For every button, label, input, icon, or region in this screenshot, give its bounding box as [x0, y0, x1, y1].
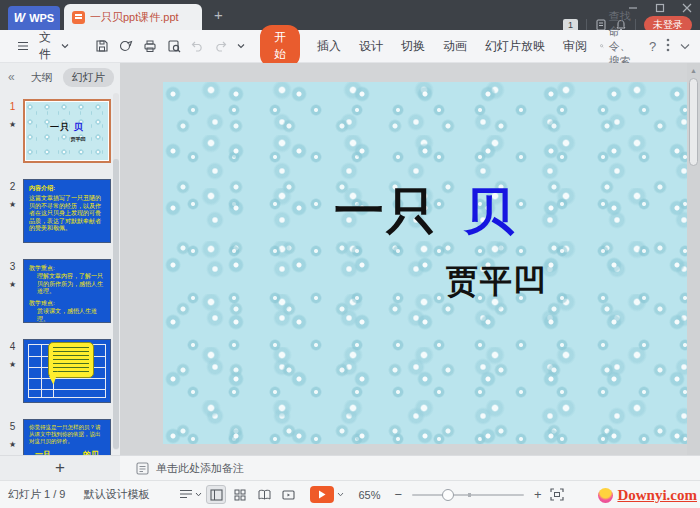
zoom-slider[interactable]	[412, 494, 524, 496]
notes-bar[interactable]: 单击此处添加备注	[120, 455, 700, 480]
tab-home[interactable]: 开始	[260, 25, 300, 67]
presenter-view-button[interactable]	[278, 485, 298, 504]
animation-star-icon: ★	[5, 440, 20, 449]
hamburger-icon	[17, 41, 29, 51]
main-scrollbar-thumb[interactable]	[689, 78, 698, 166]
more-options-icon[interactable]	[666, 38, 670, 55]
slide-thumbnail-row-3: 3 ★ 教学重点: 理解文章内容，了解一只贝的所作所为，感悟人生道理。 教学难点…	[0, 259, 112, 329]
watermark: Downyi.com	[598, 487, 697, 504]
zoom-slider-knob[interactable]	[442, 489, 454, 501]
thumb-3-meta: 3 ★	[5, 261, 20, 289]
chevron-down-icon	[195, 492, 202, 497]
thumb-5-meta: 5 ★	[5, 421, 20, 449]
thumb-4-meta: 4 ★	[5, 341, 20, 369]
new-tab-button[interactable]: +	[214, 6, 223, 23]
print-preview-icon[interactable]	[167, 39, 181, 53]
normal-view-button[interactable]	[206, 485, 226, 504]
slide-editor-area: 一只贝 贾平凹 ▲	[120, 63, 700, 455]
slide-panel-header: « 大纲 幻灯片	[0, 63, 120, 91]
search-icon	[600, 40, 604, 52]
wps-label: WPS	[29, 12, 54, 24]
tab-insert[interactable]: 插入	[317, 38, 341, 55]
fit-to-window-icon[interactable]	[550, 488, 564, 501]
collapse-ribbon-icon[interactable]	[680, 39, 690, 53]
slide-thumbnail-1[interactable]: 一只贝 贾平凹	[23, 99, 111, 163]
document-tab-title: 一只贝ppt课件.ppt	[90, 10, 179, 25]
template-name[interactable]: 默认设计模板	[83, 487, 149, 502]
collapse-panel-icon[interactable]: «	[8, 70, 15, 84]
slide-panel: « 大纲 幻灯片 1 ★ 一只贝 贾平凹 2 ★	[0, 63, 120, 480]
slide-thumbnail-row-1: 1 ★ 一只贝 贾平凹	[0, 99, 112, 169]
zoom-level[interactable]: 65%	[358, 489, 380, 501]
print-icon[interactable]	[143, 39, 157, 53]
zoom-in-button[interactable]: +	[534, 487, 542, 502]
undo-icon[interactable]	[191, 40, 204, 52]
current-slide-canvas[interactable]: 一只贝 贾平凹	[163, 82, 687, 444]
tab-outline[interactable]: 大纲	[31, 70, 53, 85]
thumb-author: 贾平凹	[71, 136, 86, 142]
play-slideshow-button[interactable]	[310, 486, 334, 503]
wps-presentation-window: W WPS 一只贝ppt课件.ppt + 1	[0, 0, 700, 508]
slide-thumbnail-4[interactable]	[23, 339, 111, 403]
watermark-logo-icon	[598, 488, 613, 503]
notes-icon	[136, 462, 149, 475]
slide-thumbnail-row-4: 4 ★	[0, 339, 112, 409]
slide-number: 3	[5, 261, 20, 272]
tab-transition[interactable]: 切换	[401, 38, 425, 55]
zoom-out-button[interactable]: −	[395, 487, 403, 502]
slide-author[interactable]: 贾平凹	[235, 260, 700, 304]
slide-thumbnail-5[interactable]: 你觉得这是一只怎样的贝？请从课文中找到你的依据，说出对这只贝的评价。 一只的贝	[23, 419, 111, 456]
reading-view-button[interactable]	[254, 485, 274, 504]
save-icon[interactable]	[95, 39, 109, 53]
thumb-1-content: 一只贝 贾平凹	[26, 102, 108, 160]
thumb-line: 教学重点:	[29, 265, 105, 273]
main-scrollbar[interactable]: ▲	[687, 63, 700, 455]
thumb-line: 理解文章内容，了解一只贝的所作所为，感悟人生道理。	[29, 273, 105, 296]
file-menu[interactable]: 文件	[12, 29, 74, 63]
slide-number: 2	[5, 181, 20, 192]
play-options-chevron-icon[interactable]	[337, 492, 344, 497]
zoom-slider-tick	[468, 493, 471, 497]
slide-number: 4	[5, 341, 20, 352]
tab-slides[interactable]: 幻灯片	[63, 68, 114, 87]
thumb-heading: 内容介绍:	[29, 184, 105, 193]
slide-thumbnail-row-5: 5 ★ 你觉得这是一只怎样的贝？请从课文中找到你的依据，说出对这只贝的评价。 一…	[0, 419, 112, 456]
slide-title[interactable]: 一只贝	[163, 178, 687, 245]
panel-scrollbar-thumb[interactable]	[113, 159, 119, 449]
thumb-line: 教学难点:	[29, 300, 105, 308]
notes-placeholder[interactable]: 单击此处添加备注	[156, 461, 244, 476]
tab-design[interactable]: 设计	[359, 38, 383, 55]
panel-scrollbar[interactable]	[113, 93, 119, 450]
tab-review[interactable]: 审阅	[563, 38, 587, 55]
thumb-body: 这篇文章描写了一只丑陋的贝的不寻常的经历，以及作者在这只贝身上发现的可贵品质，表…	[29, 195, 105, 233]
export-icon[interactable]	[119, 39, 133, 53]
document-tab[interactable]: 一只贝ppt课件.ppt	[64, 4, 202, 30]
slide-thumbnail-2[interactable]: 内容介绍: 这篇文章描写了一只丑陋的贝的不寻常的经历，以及作者在这只贝身上发现的…	[23, 179, 111, 243]
tab-animation[interactable]: 动画	[443, 38, 467, 55]
slide-number: 1	[5, 101, 20, 112]
slide-thumbnail-row-2: 2 ★ 内容介绍: 这篇文章描写了一只丑陋的贝的不寻常的经历，以及作者在这只贝身…	[0, 179, 112, 249]
scroll-up-icon[interactable]: ▲	[688, 65, 699, 76]
add-slide-button[interactable]: +	[0, 455, 120, 480]
thumb-line: 赏读课文，感悟人生道理。	[29, 308, 105, 323]
slide-title-highlight: 贝	[464, 183, 516, 239]
notes-toggle-button[interactable]	[179, 489, 202, 500]
ppt-file-icon	[72, 11, 85, 24]
thumb-2-meta: 2 ★	[5, 181, 20, 209]
wps-home-button[interactable]: W WPS	[8, 6, 60, 30]
slide-sorter-view-button[interactable]	[230, 485, 250, 504]
help-icon[interactable]: ?	[649, 39, 656, 54]
toolbar-more-chevron-icon[interactable]	[237, 43, 245, 49]
titlebar: W WPS 一只贝ppt课件.ppt + 1	[0, 0, 700, 30]
thumb-1-meta: 1 ★	[5, 101, 20, 129]
wps-logo-icon: W	[14, 11, 25, 25]
animation-star-icon: ★	[5, 280, 20, 289]
file-menu-label: 文件	[39, 29, 51, 63]
tab-slideshow[interactable]: 幻灯片放映	[485, 38, 545, 55]
animation-star-icon: ★	[5, 120, 20, 129]
status-bar: 幻灯片 1 / 9 默认设计模板 65% − +	[0, 480, 700, 508]
slide-thumbnail-3[interactable]: 教学重点: 理解文章内容，了解一只贝的所作所为，感悟人生道理。 教学难点: 赏读…	[23, 259, 111, 323]
speech-bubble-graphic	[48, 342, 94, 378]
slide-number: 5	[5, 421, 20, 432]
redo-icon[interactable]	[214, 40, 227, 52]
